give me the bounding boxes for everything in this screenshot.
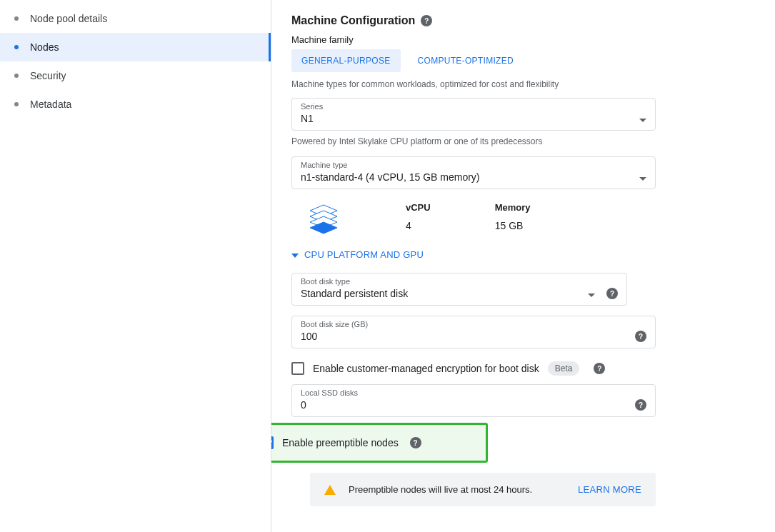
help-icon[interactable]: ?: [606, 288, 618, 299]
warning-icon: [324, 485, 336, 495]
sidebar-item-label: Nodes: [30, 41, 59, 53]
vcpu-value: 4: [406, 220, 431, 231]
sidebar-item-label: Security: [30, 70, 66, 81]
cmek-checkbox-row: Enable customer-managed encryption for b…: [291, 361, 755, 376]
sidebar-item-nodes[interactable]: Nodes: [0, 33, 271, 61]
chevron-down-icon: [588, 288, 595, 299]
local-ssd-label: Local SSD disks: [301, 388, 358, 397]
cmek-checkbox[interactable]: [291, 362, 304, 375]
help-icon[interactable]: ?: [635, 331, 646, 342]
sidebar-item-security[interactable]: Security: [0, 61, 271, 90]
boot-disk-type-label: Boot disk type: [301, 277, 350, 286]
sidebar-item-metadata[interactable]: Metadata: [0, 90, 271, 119]
boot-disk-size-value: 100: [301, 331, 629, 342]
series-field-value: N1: [301, 113, 639, 124]
preemptible-highlight: Enable preemptible nodes ?: [271, 423, 488, 463]
series-field-label: Series: [301, 102, 323, 111]
preemptible-row: Enable preemptible nodes ?: [271, 436, 476, 449]
local-ssd-input[interactable]: Local SSD disks 0 ?: [291, 384, 656, 417]
tab-compute-optimized[interactable]: COMPUTE-OPTIMIZED: [408, 49, 524, 72]
boot-disk-type-value: Standard persistent disk: [301, 288, 588, 299]
learn-more-link[interactable]: LEARN MORE: [578, 484, 641, 495]
machine-type-select[interactable]: Machine type n1-standard-4 (4 vCPU, 15 G…: [291, 156, 656, 189]
expander-label: CPU PLATFORM AND GPU: [304, 249, 424, 260]
help-icon[interactable]: ?: [421, 15, 432, 26]
preemptible-label: Enable preemptible nodes: [282, 437, 399, 448]
sidebar: Node pool details Nodes Security Metadat…: [0, 0, 271, 532]
preemptible-checkbox[interactable]: [271, 436, 274, 449]
section-title-row: Machine Configuration ?: [291, 14, 755, 27]
vcpu-summary: vCPU 4: [406, 202, 431, 231]
machine-type-field-label: Machine type: [301, 161, 347, 169]
machine-family-hint: Machine types for common workloads, opti…: [291, 79, 755, 89]
section-title: Machine Configuration: [291, 14, 415, 27]
machine-family-label: Machine family: [291, 34, 755, 45]
boot-disk-type-select[interactable]: Boot disk type Standard persistent disk …: [291, 273, 627, 306]
bullet-icon: [14, 74, 19, 78]
layers-icon: [306, 202, 341, 238]
machine-summary: vCPU 4 Memory 15 GB: [306, 202, 755, 238]
help-icon[interactable]: ?: [594, 363, 605, 374]
boot-disk-size-label: Boot disk size (GB): [301, 320, 368, 328]
sidebar-item-label: Metadata: [30, 99, 71, 110]
series-select[interactable]: Series N1: [291, 98, 656, 131]
cpu-gpu-expander[interactable]: CPU PLATFORM AND GPU: [291, 249, 755, 260]
machine-type-field-value: n1-standard-4 (4 vCPU, 15 GB memory): [301, 171, 639, 183]
series-hint: Powered by Intel Skylake CPU platform or…: [291, 136, 656, 146]
machine-family-tabs: GENERAL-PURPOSE COMPUTE-OPTIMIZED: [291, 49, 755, 72]
vcpu-label: vCPU: [406, 202, 431, 213]
bullet-icon: [14, 45, 19, 49]
sidebar-item-node-pool-details[interactable]: Node pool details: [0, 4, 271, 33]
help-icon[interactable]: ?: [410, 437, 421, 448]
memory-label: Memory: [495, 202, 531, 213]
chevron-down-icon: [639, 171, 646, 183]
memory-summary: Memory 15 GB: [495, 202, 531, 231]
tab-general-purpose[interactable]: GENERAL-PURPOSE: [291, 49, 401, 72]
beta-badge: Beta: [548, 361, 580, 376]
memory-value: 15 GB: [495, 220, 531, 231]
main-content: Machine Configuration ? Machine family G…: [271, 0, 775, 532]
boot-disk-size-input[interactable]: Boot disk size (GB) 100 ?: [291, 316, 656, 348]
local-ssd-value: 0: [301, 399, 629, 411]
cmek-label: Enable customer-managed encryption for b…: [313, 363, 539, 374]
preemptible-info-bar: Preemptible nodes will live at most 24 h…: [310, 473, 656, 506]
preemptible-info-text: Preemptible nodes will live at most 24 h…: [349, 484, 565, 495]
sidebar-item-label: Node pool details: [30, 13, 107, 24]
chevron-down-icon: [639, 113, 646, 124]
bullet-icon: [14, 102, 19, 106]
chevron-down-icon: [291, 249, 299, 260]
bullet-icon: [14, 16, 19, 21]
help-icon[interactable]: ?: [635, 399, 646, 411]
